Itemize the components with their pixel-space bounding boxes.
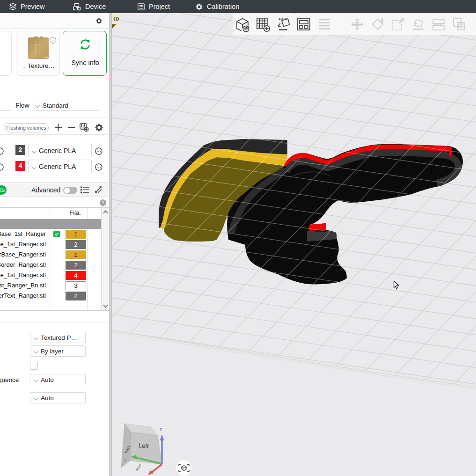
svg-text:y: y	[124, 457, 126, 462]
svg-text:Left: Left	[138, 442, 149, 450]
svg-text:AUTO: AUTO	[278, 17, 287, 21]
svg-text:z: z	[160, 426, 162, 432]
